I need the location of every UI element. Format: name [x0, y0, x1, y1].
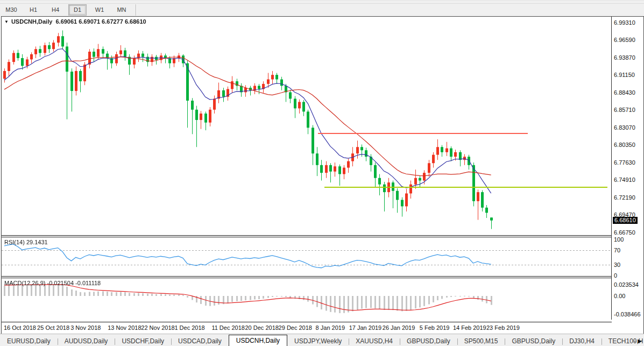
date-axis-tick: 5 Feb 2019	[420, 324, 450, 331]
date-axis-tick: 8 Jan 2019	[316, 324, 345, 331]
symbol-tab-audusd[interactable]: AUDUSD,Daily	[58, 336, 115, 346]
tab-scroll-right-icon[interactable]: ▶	[638, 338, 642, 344]
date-axis-tick: 25 Oct 2018	[37, 324, 69, 331]
chart-title-ohlc: 6.69061 6.69071 6.67277 6.68610	[55, 18, 146, 25]
date-axis-tick: 29 Dec 2018	[279, 324, 312, 331]
symbol-tab-gbpusd[interactable]: GBPUSD,Daily	[400, 336, 457, 346]
collapse-chart-icon[interactable]: ▼	[4, 19, 9, 24]
date-axis-tick: 1 Dec 2018	[174, 324, 204, 331]
date-axis-tick: 13 Nov 2018	[108, 324, 141, 331]
symbol-tab-eurusd[interactable]: EURUSD,Daily	[0, 336, 58, 346]
price-axis-tick: 6.88430	[614, 89, 635, 96]
rsi-axis-tick: 70	[614, 247, 620, 253]
trading-app-window: M30H1H4D1W1MN ▼USDCNH,Daily 6.69061 6.69…	[0, 0, 644, 346]
chart-window: ▼USDCNH,Daily 6.69061 6.69071 6.67277 6.…	[1, 16, 644, 334]
price-axis-tick: 6.77630	[614, 159, 635, 166]
rsi-axis-tick: 100	[614, 236, 624, 243]
symbol-tab-sp500[interactable]: SP500,M15	[457, 336, 505, 346]
date-axis-tick: 20 Dec 2018	[245, 324, 279, 331]
price-axis-tick: 6.96590	[614, 37, 635, 43]
symbol-tab-usdcnh[interactable]: USDCNH,Daily	[229, 335, 287, 346]
chart-title: ▼USDCNH,Daily 6.69061 6.69071 6.67277 6.…	[4, 18, 146, 25]
timeframe-toolbar: M30H1H4D1W1MN	[0, 0, 644, 17]
timeframe-button-mn[interactable]: MN	[112, 4, 131, 16]
macd-axis-tick: -0.038466	[614, 311, 641, 317]
macd-axis-tick: 0.023534	[614, 281, 639, 288]
price-axis-tick: 6.72190	[614, 194, 635, 201]
date-axis[interactable]: 16 Oct 201825 Oct 20183 Nov 201813 Nov 2…	[2, 322, 642, 334]
price-axis-tick: 6.99310	[614, 19, 635, 26]
date-axis-tick: 16 Oct 2018	[4, 324, 36, 331]
timeframe-button-row: M30H1H4D1W1MN	[2, 4, 137, 16]
timeframe-button-h4[interactable]: H4	[46, 4, 65, 16]
date-axis-tick: 26 Jan 2019	[383, 324, 415, 331]
symbol-tabbar: EURUSD,DailyAUDUSD,DailyUSDCHF,DailyUSDC…	[0, 334, 644, 346]
rsi-pane: RSI(14) 29.1431	[2, 237, 642, 276]
date-axis-tick: 23 Feb 2019	[486, 324, 520, 331]
rsi-chart-canvas[interactable]	[2, 237, 611, 276]
price-axis-tick: 6.93870	[614, 54, 635, 61]
price-axis-tick: 6.91150	[614, 72, 635, 78]
date-axis-tick: 11 Dec 2018	[211, 324, 245, 331]
symbol-tab-dj30[interactable]: DJ30,H4	[562, 336, 601, 346]
price-pane: ▼USDCNH,Daily 6.69061 6.69071 6.67277 6.…	[2, 17, 642, 235]
timeframe-button-m30[interactable]: M30	[2, 4, 20, 16]
symbol-tab-gbpusd[interactable]: GBPUSD,Daily	[505, 336, 562, 346]
timeframe-button-d1[interactable]: D1	[68, 4, 87, 16]
current-price-badge: 6.68610	[613, 217, 638, 224]
price-chart-canvas[interactable]	[2, 17, 611, 235]
date-axis-tick: 17 Jan 2019	[349, 324, 382, 331]
tab-scroll-buttons: ◂▶	[633, 338, 642, 344]
toolbar-separator	[136, 4, 137, 16]
timeframe-button-w1[interactable]: W1	[90, 4, 109, 16]
price-axis[interactable]: 6.68610 6.993106.965906.938706.911506.88…	[612, 17, 642, 334]
rsi-axis-tick: 30	[614, 262, 620, 268]
macd-axis-tick: 0.00	[614, 293, 625, 299]
rsi-label: RSI(14) 29.1431	[4, 239, 48, 245]
date-axis-tick: 22 Nov 2018	[141, 324, 174, 331]
tab-scroll-left-icon[interactable]: ◂	[633, 338, 636, 344]
timeframe-button-h1[interactable]: H1	[24, 4, 43, 16]
symbol-tab-usdchf[interactable]: USDCHF,Daily	[115, 336, 171, 346]
symbol-tab-xauusd[interactable]: XAUUSD,H4	[349, 336, 400, 346]
price-axis-tick: 6.83070	[614, 124, 635, 131]
price-axis-tick: 6.85710	[614, 107, 635, 113]
price-axis-tick: 6.66750	[614, 229, 635, 236]
symbol-tab-usdjpy[interactable]: USDJPY,Weekly	[287, 336, 349, 346]
date-axis-tick: 3 Nov 2018	[70, 324, 101, 331]
price-axis-tick: 6.80350	[614, 142, 635, 148]
chart-title-symbol: USDCNH,Daily	[11, 18, 52, 25]
macd-pane: MACD(12,26,9) -0.021504 -0.011118	[2, 278, 642, 321]
rsi-axis-tick: 0	[614, 272, 617, 279]
macd-label: MACD(12,26,9) -0.021504 -0.011118	[4, 280, 101, 286]
date-axis-tick: 14 Feb 2019	[453, 324, 486, 331]
symbol-tab-usdcad[interactable]: USDCAD,Daily	[171, 336, 229, 346]
price-axis-tick: 6.74910	[614, 176, 635, 183]
